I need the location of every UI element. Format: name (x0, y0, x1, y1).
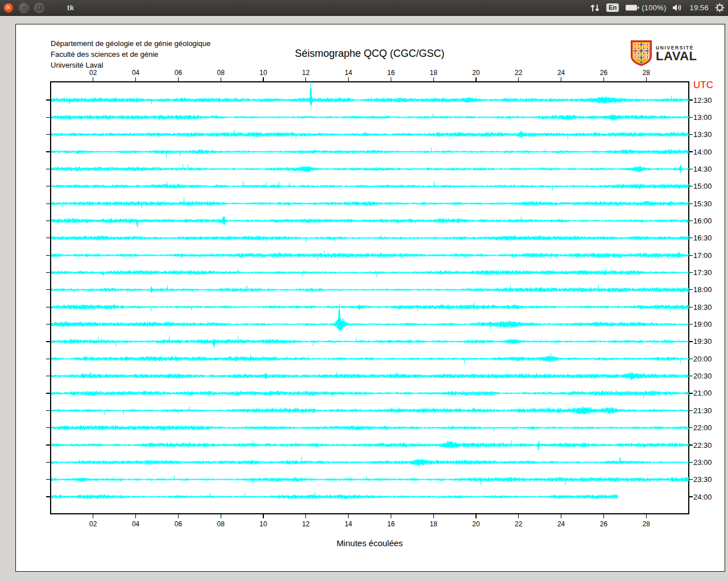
utc-time-label: 19:30 (693, 337, 712, 346)
x-tick-label-bottom: 08 (217, 520, 225, 528)
utc-time-label: 20:00 (693, 355, 712, 363)
utc-time-label: 21:30 (693, 406, 712, 415)
network-sync-arrows-icon[interactable] (590, 3, 600, 13)
x-tick-label-bottom: 12 (302, 520, 310, 528)
x-tick-label-top: 28 (643, 69, 651, 77)
keyboard-layout-indicator[interactable]: En (606, 3, 619, 12)
x-tick-label-top: 22 (515, 69, 523, 77)
seismo-trace-16:30 (52, 235, 689, 242)
utc-time-label: 14:30 (693, 165, 712, 173)
x-tick-label-bottom: 16 (387, 520, 395, 528)
utc-time-label: 21:00 (693, 389, 712, 397)
seismo-trace-22:00 (52, 425, 689, 431)
seismo-trace-17:00 (52, 251, 689, 260)
session-gear-icon[interactable] (715, 3, 725, 13)
system-tray: En (100%) 19:56 (590, 0, 725, 15)
minimize-icon: – (22, 5, 26, 11)
seismo-trace-22:30 (52, 440, 689, 450)
utc-time-label: 17:00 (693, 251, 712, 260)
x-tick-label-top: 08 (217, 69, 225, 77)
utc-time-label: 13:30 (693, 130, 712, 139)
clock-label[interactable]: 19:56 (689, 3, 709, 12)
utc-time-label: 13:00 (693, 113, 712, 122)
utc-time-label: 23:30 (693, 475, 712, 484)
x-axis-title: Minutes écoulées (337, 538, 403, 548)
seismo-trace-21:00 (52, 391, 689, 398)
x-tick-label-bottom: 14 (345, 520, 353, 528)
desktop: { "titlebar": { "title": "tk", "buttons"… (0, 0, 728, 582)
x-tick-label-top: 20 (472, 69, 480, 77)
window-title: tk (67, 3, 74, 12)
seismo-trace-18:00 (52, 285, 689, 293)
seismo-trace-17:30 (52, 269, 689, 277)
utc-time-label: 18:00 (693, 285, 712, 294)
seismo-trace-19:00 (52, 305, 689, 331)
seismo-trace-13:00 (52, 114, 689, 120)
close-icon: ✕ (6, 5, 11, 11)
seismo-trace-24:00 (52, 492, 618, 500)
plot-border (51, 82, 689, 514)
battery-icon (625, 4, 639, 11)
utc-time-label: 16:30 (693, 234, 712, 242)
x-tick-label-top: 16 (387, 69, 395, 77)
seismo-trace-20:00 (52, 353, 689, 364)
seismo-trace-20:30 (52, 372, 689, 380)
window-controls: ✕ – (3, 3, 44, 13)
x-tick-label-top: 04 (132, 69, 140, 77)
x-tick-label-bottom: 06 (175, 520, 183, 528)
x-tick-label-bottom: 24 (557, 520, 565, 528)
utc-time-label: 12:30 (693, 96, 712, 105)
x-tick-label-top: 18 (430, 69, 438, 77)
utc-time-label: 19:00 (693, 320, 712, 329)
seismo-trace-14:00 (52, 148, 689, 158)
x-tick-label-top: 14 (345, 69, 353, 77)
utc-time-label: 15:30 (693, 199, 712, 208)
x-tick-label-top: 26 (600, 69, 608, 77)
seismo-trace-15:30 (52, 198, 689, 209)
seismo-trace-13:30 (52, 129, 689, 139)
utc-time-label: 22:30 (693, 441, 712, 450)
utc-time-label: 16:00 (693, 217, 712, 225)
utc-time-label: 17:30 (693, 268, 712, 277)
utc-time-label: 18:30 (693, 303, 712, 311)
x-tick-label-bottom: 20 (472, 520, 480, 528)
minimize-button[interactable]: – (19, 3, 29, 13)
x-tick-label-top: 02 (89, 69, 97, 77)
battery-indicator[interactable]: (100%) (625, 3, 666, 12)
tk-application-window: Département de géologie et de génie géol… (15, 24, 725, 572)
seismo-trace-12:30 (52, 82, 689, 106)
x-tick-label-bottom: 28 (643, 520, 651, 528)
x-tick-label-bottom: 04 (132, 520, 140, 528)
x-tick-label-top: 10 (259, 69, 267, 77)
seismo-trace-14:30 (52, 164, 689, 173)
volume-icon[interactable] (672, 3, 683, 12)
battery-percent-label: (100%) (642, 3, 666, 12)
seismo-trace-23:30 (52, 475, 689, 485)
seismo-trace-18:30 (52, 302, 689, 311)
x-tick-label-bottom: 26 (600, 520, 608, 528)
utc-time-label: 15:00 (693, 182, 712, 190)
utc-time-label: 22:00 (693, 423, 712, 432)
utc-time-label: 14:00 (693, 148, 712, 156)
utc-time-label: 20:30 (693, 372, 712, 380)
seismo-trace-16:00 (52, 217, 689, 228)
close-button[interactable]: ✕ (3, 3, 14, 13)
seismo-trace-23:00 (52, 457, 689, 467)
utc-axis-title: UTC (693, 80, 713, 90)
x-tick-label-bottom: 02 (89, 520, 97, 528)
x-tick-label-top: 24 (557, 69, 565, 77)
titlebar: ✕ – tk En (100%) 19:56 (0, 0, 728, 16)
seismo-trace-21:30 (52, 406, 689, 415)
maximize-icon (37, 6, 42, 10)
x-tick-label-bottom: 22 (515, 520, 523, 528)
x-tick-label-bottom: 10 (259, 520, 267, 528)
x-tick-label-top: 06 (175, 69, 183, 77)
utc-time-label: 23:00 (693, 458, 712, 467)
seismograph-plot: 0202040406060808101012121414161618182020… (16, 24, 723, 570)
seismo-trace-15:00 (52, 181, 689, 191)
x-tick-label-bottom: 18 (430, 520, 438, 528)
maximize-button[interactable] (34, 3, 44, 13)
seismo-trace-19:30 (52, 336, 689, 348)
x-tick-label-top: 12 (302, 69, 310, 77)
utc-time-label: 24:00 (693, 493, 712, 501)
